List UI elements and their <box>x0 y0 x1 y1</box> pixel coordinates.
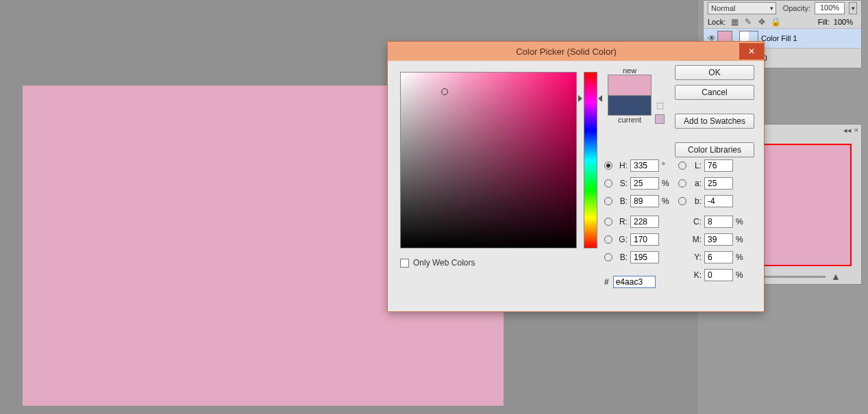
c-input[interactable] <box>704 216 733 228</box>
websafe-swatch[interactable] <box>655 114 665 124</box>
a-input[interactable] <box>704 177 733 190</box>
opacity-label: Opacity: <box>783 4 810 12</box>
zoom-in-icon[interactable]: ▲ <box>831 271 841 282</box>
new-color-swatch[interactable] <box>608 75 652 95</box>
gamut-warning-icon[interactable]: ⬚ <box>656 101 664 110</box>
only-web-label: Only Web Colors <box>413 258 475 268</box>
ok-button[interactable]: OK <box>675 65 754 80</box>
m-input[interactable] <box>704 233 733 246</box>
blue-input[interactable] <box>630 251 659 263</box>
l-radio[interactable] <box>678 161 686 170</box>
g-input[interactable] <box>630 233 659 246</box>
y-input[interactable] <box>704 251 733 263</box>
layer-name: Color Fill 1 <box>761 34 797 42</box>
blab-input[interactable] <box>704 195 733 207</box>
lock-label: Lock: <box>708 18 726 26</box>
bl-radio[interactable] <box>678 197 686 205</box>
bc-radio[interactable] <box>604 253 612 261</box>
color-libraries-button[interactable]: Color Libraries <box>675 142 754 157</box>
k-input[interactable] <box>704 269 733 281</box>
r-radio[interactable] <box>604 218 612 226</box>
swatch-compare: new current <box>608 66 652 124</box>
blend-mode-dropdown[interactable]: Normal <box>708 2 776 14</box>
hash-label: # <box>604 277 609 287</box>
add-to-swatches-button[interactable]: Add to Swatches <box>675 114 754 129</box>
s-input[interactable] <box>630 177 659 190</box>
hex-row: # <box>604 276 656 288</box>
h-input[interactable] <box>630 159 659 172</box>
current-color-swatch[interactable] <box>608 95 652 116</box>
hue-slider-handle[interactable] <box>598 95 602 102</box>
close-icon[interactable]: × <box>854 126 858 137</box>
only-web-checkbox[interactable] <box>400 259 409 268</box>
l-input[interactable] <box>704 159 733 172</box>
h-radio[interactable] <box>604 161 612 170</box>
color-value-fields: H:° L: S:% a: B:% b: R: C:% G: M:% B: Y:… <box>604 157 755 284</box>
dialog-buttons: OK Cancel Add to Swatches Color Librarie… <box>675 65 754 157</box>
close-button[interactable]: ✕ <box>739 43 764 60</box>
dialog-title: Color Picker (Solid Color) <box>393 47 739 57</box>
hue-slider-handle[interactable] <box>578 95 582 102</box>
opacity-input[interactable]: 100% <box>815 2 845 14</box>
new-label: new <box>608 66 652 75</box>
bh-radio[interactable] <box>604 197 612 205</box>
lock-transparent-icon[interactable]: ▦ <box>730 17 739 27</box>
fill-input[interactable]: 100% <box>834 18 853 26</box>
collapse-icon[interactable]: ◂◂ <box>843 126 852 137</box>
lock-brush-icon[interactable]: ✎ <box>743 17 753 27</box>
hex-input[interactable] <box>613 276 656 288</box>
saturation-value-field[interactable] <box>400 72 577 248</box>
a-radio[interactable] <box>678 179 686 187</box>
s-radio[interactable] <box>604 179 612 187</box>
brightness-input[interactable] <box>630 195 659 207</box>
current-label: current <box>608 116 652 124</box>
hue-slider[interactable] <box>584 72 597 248</box>
lock-all-icon[interactable]: 🔒 <box>771 17 780 27</box>
color-picker-dialog: Color Picker (Solid Color) ✕ new current… <box>387 41 765 312</box>
color-cursor[interactable] <box>441 88 448 95</box>
cancel-button[interactable]: Cancel <box>675 85 754 100</box>
only-web-colors[interactable]: Only Web Colors <box>400 258 475 268</box>
opacity-dropdown[interactable] <box>849 2 857 14</box>
dialog-titlebar[interactable]: Color Picker (Solid Color) ✕ <box>388 42 764 61</box>
blend-mode-value: Normal <box>711 4 735 12</box>
g-radio[interactable] <box>604 235 612 244</box>
r-input[interactable] <box>630 216 659 228</box>
lock-move-icon[interactable]: ✥ <box>757 17 767 27</box>
fill-label: Fill: <box>818 18 830 26</box>
